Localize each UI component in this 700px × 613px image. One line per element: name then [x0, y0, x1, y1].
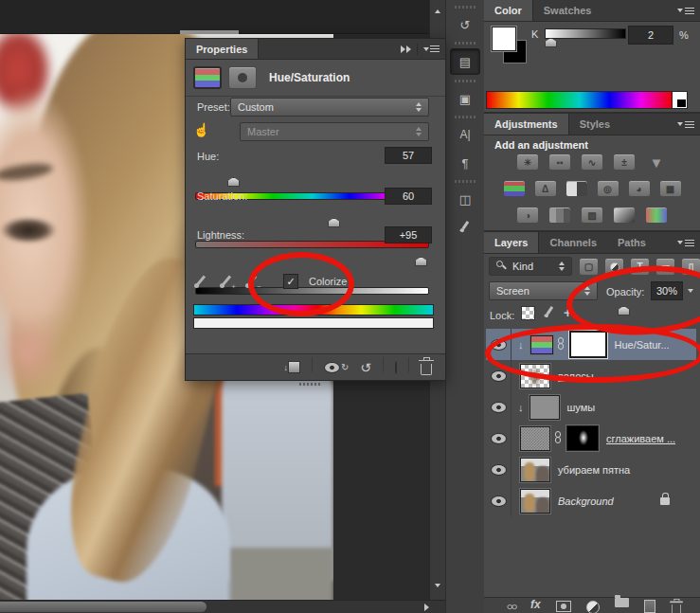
tool-presets-panel-icon[interactable]: ◫	[451, 187, 479, 211]
layer-filter-kind-dropdown[interactable]: Kind	[489, 257, 572, 276]
canvas-horizontal-scrollbar[interactable]	[0, 600, 445, 613]
eyedropper-subtract-icon[interactable]: −	[244, 274, 260, 289]
brightness-contrast-icon[interactable]: ☀	[516, 153, 539, 171]
paragraph-panel-icon[interactable]: ¶	[451, 151, 479, 175]
tab-layers[interactable]: Layers	[484, 232, 539, 253]
targeted-adjustment-tool[interactable]: ☝	[193, 122, 214, 141]
foreground-color-swatch[interactable]	[492, 27, 516, 51]
posterize-icon[interactable]	[548, 207, 571, 224]
layer-name[interactable]: волосы	[558, 370, 594, 382]
vibrance-icon[interactable]: ▼	[645, 153, 668, 171]
new-group-button[interactable]	[615, 598, 629, 607]
saturation-slider-thumb[interactable]	[328, 218, 340, 227]
opacity-dropdown-arrow[interactable]	[688, 289, 693, 293]
opacity-value-dropdown[interactable]: 30%	[651, 281, 683, 300]
layer-visibility-cell[interactable]	[486, 329, 512, 360]
color-lookup-icon[interactable]: ▦	[659, 180, 682, 197]
layer-thumbnail[interactable]	[520, 489, 550, 514]
scroll-down-arrow[interactable]	[435, 584, 440, 587]
spectrum-black-swatch[interactable]	[677, 99, 686, 107]
color-balance-icon[interactable]: Δ	[534, 180, 557, 197]
filter-smart-objects-icon[interactable]: ▯	[681, 258, 700, 276]
saturation-value-field[interactable]: 60	[385, 188, 432, 205]
layer-name[interactable]: убираем пятна	[558, 464, 630, 476]
link-layers-button[interactable]	[505, 604, 517, 610]
layer-row-shumy[interactable]: ↓ шумы	[486, 391, 696, 424]
tab-styles[interactable]: Styles	[569, 114, 620, 135]
layer-name[interactable]: шумы	[567, 402, 596, 413]
filter-type-layers-icon[interactable]: T	[630, 258, 650, 276]
preset-dropdown[interactable]: Custom	[230, 98, 429, 117]
mask-link-icon[interactable]	[557, 337, 565, 352]
tab-swatches[interactable]: Swatches	[533, 0, 602, 21]
eyedropper-add-icon[interactable]: +	[219, 274, 234, 289]
channel-dropdown[interactable]: Master	[240, 122, 429, 141]
layer-thumbnail[interactable]	[520, 426, 550, 451]
selective-color-icon[interactable]	[645, 207, 668, 224]
delete-adjustment-button[interactable]	[421, 364, 432, 375]
gradient-map-icon[interactable]	[613, 207, 636, 224]
tab-color[interactable]: Color	[484, 0, 533, 21]
brush-presets-panel-icon[interactable]	[451, 215, 479, 240]
levels-icon[interactable]: ▪▪	[548, 153, 571, 171]
lightness-slider-thumb[interactable]	[415, 257, 427, 266]
exposure-icon[interactable]: ±	[613, 153, 636, 171]
black-white-icon[interactable]	[565, 180, 588, 197]
layer-visibility-cell[interactable]	[486, 485, 512, 516]
hue-slider-thumb[interactable]	[227, 177, 240, 187]
reset-button[interactable]: ↺	[360, 360, 371, 375]
layers-panel-menu-button[interactable]	[677, 232, 700, 253]
k-slider-thumb[interactable]	[545, 38, 557, 47]
scroll-up-arrow[interactable]	[435, 9, 440, 13]
filter-pixel-layers-icon[interactable]: ▢	[579, 258, 599, 276]
new-adjustment-layer-button[interactable]	[586, 601, 600, 613]
new-layer-button[interactable]	[644, 600, 655, 613]
lightness-value-field[interactable]: +95	[385, 226, 432, 243]
layer-row-sglazhivaem[interactable]: сглаживаем ...	[486, 423, 696, 455]
channel-mixer-icon[interactable]: ◕	[628, 180, 651, 197]
layer-mask-thumbnail[interactable]	[566, 425, 599, 451]
layer-visibility-cell[interactable]	[486, 360, 512, 391]
add-layer-mask-button[interactable]	[556, 601, 571, 612]
filter-adjustment-layers-icon[interactable]	[604, 258, 624, 276]
tab-channels[interactable]: Channels	[539, 232, 607, 253]
layer-name[interactable]: сглаживаем ...	[606, 433, 675, 444]
lock-move-icon[interactable]: +	[564, 304, 572, 320]
hue-value-field[interactable]: 57	[385, 147, 432, 164]
scrollbar-thumb[interactable]	[0, 602, 206, 612]
layer-visibility-cell[interactable]	[486, 454, 512, 485]
photo-filter-icon[interactable]: ◎	[597, 180, 619, 197]
clip-to-layer-button[interactable]: ↓	[283, 361, 300, 373]
tab-paths[interactable]: Paths	[607, 232, 656, 253]
blend-mode-dropdown[interactable]: Screen	[489, 281, 598, 300]
mask-link-icon[interactable]	[554, 431, 563, 446]
layer-thumbnail[interactable]	[520, 364, 550, 388]
invert-icon[interactable]: ◑	[516, 207, 539, 224]
layer-mask-thumbnail[interactable]	[569, 331, 607, 358]
history-panel-icon[interactable]: ↺	[451, 12, 479, 37]
lock-transparency-icon[interactable]	[522, 307, 534, 319]
opacity-slider-thumb[interactable]	[618, 306, 630, 316]
mask-badge-icon[interactable]	[228, 66, 257, 89]
tab-properties[interactable]: Properties	[186, 39, 259, 59]
curves-icon[interactable]: ∿	[581, 153, 603, 171]
delete-layer-button[interactable]	[672, 604, 681, 613]
layer-row-background[interactable]: Background	[486, 485, 696, 517]
layer-row-hue-saturation[interactable]: ↓ Hue/Satur...	[486, 329, 696, 361]
view-previous-state-button[interactable]: ↻	[324, 362, 349, 373]
layer-comps-panel-icon[interactable]: ▣	[451, 86, 479, 111]
threshold-icon[interactable]: ▨	[581, 207, 603, 224]
layer-thumbnail[interactable]	[529, 395, 560, 420]
toggle-visibility-button[interactable]	[395, 362, 397, 373]
properties-resize-grip[interactable]	[299, 383, 320, 386]
character-panel-icon[interactable]: A|	[451, 122, 479, 147]
adjustment-layer-thumbnail[interactable]	[530, 335, 553, 354]
layer-thumbnail[interactable]	[520, 458, 550, 482]
tab-adjustments[interactable]: Adjustments	[484, 114, 569, 135]
colorize-checkbox[interactable]: ✓	[283, 274, 298, 289]
color-panel-menu-button[interactable]	[677, 0, 700, 21]
layer-name[interactable]: Hue/Satur...	[615, 339, 670, 351]
k-channel-slider[interactable]	[545, 28, 626, 39]
color-spectrum-ramp[interactable]	[486, 91, 673, 109]
hue-saturation-icon[interactable]	[503, 180, 526, 197]
